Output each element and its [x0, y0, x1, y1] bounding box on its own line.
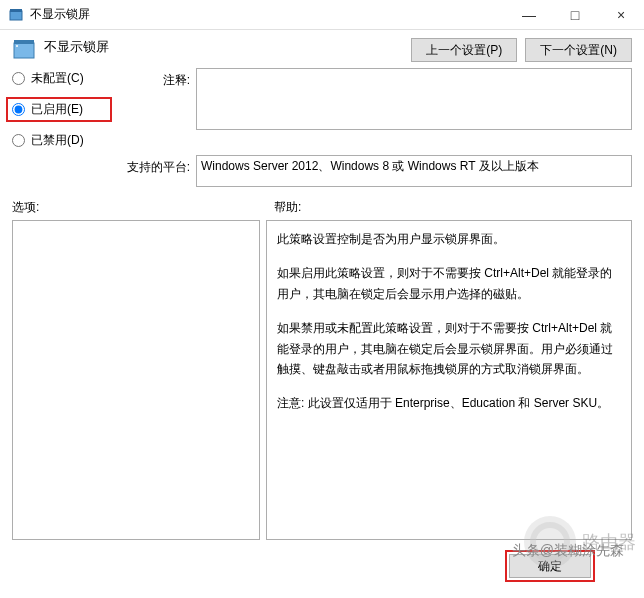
platform-label: 支持的平台:: [112, 155, 196, 176]
next-setting-button[interactable]: 下一个设置(N): [525, 38, 632, 62]
svg-point-4: [16, 45, 18, 47]
policy-icon: [12, 38, 36, 62]
help-panel: 此策略设置控制是否为用户显示锁屏界面。 如果启用此策略设置，则对于不需要按 Ct…: [266, 220, 632, 540]
window-title: 不显示锁屏: [30, 6, 90, 23]
title-bar: 不显示锁屏 — □ ×: [0, 0, 644, 30]
radio-disabled-label: 已禁用(D): [31, 132, 84, 149]
app-icon: [8, 7, 24, 23]
window-controls: — □ ×: [506, 0, 644, 30]
comment-label: 注释:: [112, 68, 196, 89]
help-text-4: 注意: 此设置仅适用于 Enterprise、Education 和 Serve…: [277, 393, 621, 413]
platform-textbox: Windows Server 2012、Windows 8 或 Windows …: [196, 155, 632, 187]
help-text-2: 如果启用此策略设置，则对于不需要按 Ctrl+Alt+Del 就能登录的用户，其…: [277, 263, 621, 304]
header: 不显示锁屏 上一个设置(P) 下一个设置(N): [0, 30, 644, 68]
options-panel: [12, 220, 260, 540]
radio-disabled-input[interactable]: [12, 134, 25, 147]
minimize-button[interactable]: —: [506, 0, 552, 30]
options-label: 选项:: [12, 199, 274, 216]
policy-name: 不显示锁屏: [44, 38, 109, 56]
comment-textarea[interactable]: [196, 68, 632, 130]
svg-rect-0: [10, 11, 22, 20]
state-radio-group: 未配置(C) 已启用(E) 已禁用(D): [12, 68, 112, 149]
svg-rect-3: [14, 40, 34, 44]
radio-enabled[interactable]: 已启用(E): [6, 97, 112, 122]
svg-rect-1: [10, 9, 22, 12]
radio-disabled[interactable]: 已禁用(D): [12, 132, 112, 149]
radio-enabled-input[interactable]: [12, 103, 25, 116]
radio-enabled-label: 已启用(E): [31, 101, 83, 118]
previous-setting-button[interactable]: 上一个设置(P): [411, 38, 517, 62]
maximize-button[interactable]: □: [552, 0, 598, 30]
help-label: 帮助:: [274, 199, 301, 216]
radio-not-configured-input[interactable]: [12, 72, 25, 85]
attribution-text: 头条@装糊涂先森: [512, 542, 624, 560]
radio-not-configured-label: 未配置(C): [31, 70, 84, 87]
help-text-1: 此策略设置控制是否为用户显示锁屏界面。: [277, 229, 621, 249]
help-text-3: 如果禁用或未配置此策略设置，则对于不需要按 Ctrl+Alt+Del 就能登录的…: [277, 318, 621, 379]
close-button[interactable]: ×: [598, 0, 644, 30]
radio-not-configured[interactable]: 未配置(C): [12, 70, 112, 87]
